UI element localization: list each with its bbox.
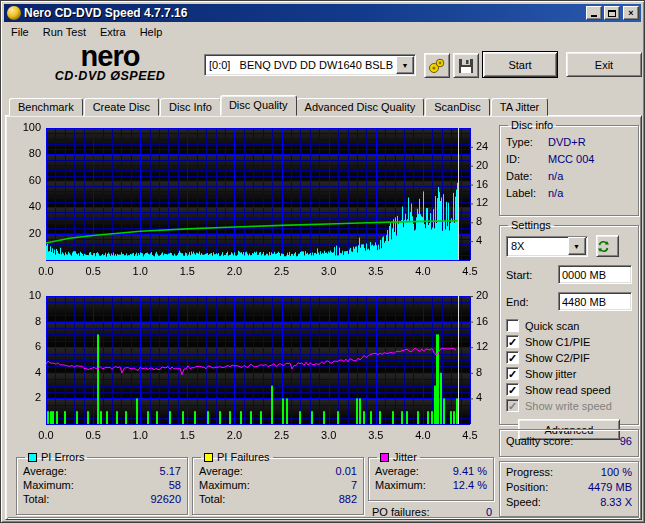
disc-info-group: Disc info Type:DVD+R ID:MCC 004 Date:n/a… bbox=[499, 119, 639, 216]
pi-failures-legend-swatch bbox=[204, 453, 213, 462]
menu-file[interactable]: File bbox=[4, 24, 36, 40]
jitter-title: Jitter bbox=[393, 451, 417, 463]
quality-score-value: 96 bbox=[620, 435, 632, 447]
pie-total-label: Total: bbox=[23, 493, 49, 505]
menu-extra[interactable]: Extra bbox=[93, 24, 133, 40]
nero-logo: nero CD·DVD ØSPEED bbox=[30, 44, 190, 83]
quality-score-panel: Quality score: 96 bbox=[499, 429, 639, 457]
checkbox-icon bbox=[506, 319, 519, 332]
pi-failures-stats-group: PI Failures Average:0.01 Maximum:7 Total… bbox=[192, 451, 364, 515]
progress-panel: Progress:100 % Position:4479 MB Speed:8.… bbox=[499, 461, 639, 517]
show-jitter-checkbox[interactable]: ✓Show jitter bbox=[506, 367, 632, 380]
jitter-legend-swatch bbox=[380, 453, 389, 462]
end-position-input[interactable] bbox=[558, 292, 632, 311]
tab-disc-info[interactable]: Disc Info bbox=[160, 98, 221, 116]
speed-value: 8.33 X bbox=[600, 496, 632, 508]
show-jitter-label: Show jitter bbox=[525, 368, 576, 380]
save-button[interactable] bbox=[453, 53, 479, 78]
pif-maximum-label: Maximum: bbox=[199, 479, 250, 491]
options-button[interactable] bbox=[424, 53, 450, 78]
pie-average-value: 5.17 bbox=[160, 465, 181, 477]
tab-strip: Benchmark Create Disc Disc Info Disc Qua… bbox=[9, 95, 638, 116]
menu-run-test[interactable]: Run Test bbox=[36, 24, 93, 40]
quick-scan-checkbox[interactable]: Quick scan bbox=[506, 319, 632, 332]
pif-average-value: 0.01 bbox=[336, 465, 357, 477]
exit-button[interactable]: Exit bbox=[566, 52, 642, 77]
tab-disc-quality[interactable]: Disc Quality bbox=[220, 95, 297, 116]
speed-label: Speed: bbox=[506, 496, 541, 508]
disc-id-label: ID: bbox=[506, 153, 548, 165]
progress-label: Progress: bbox=[506, 466, 553, 478]
pi-errors-title: PI Errors bbox=[41, 451, 84, 463]
disc-label-label: Label: bbox=[506, 187, 548, 199]
disc-info-title: Disc info bbox=[508, 119, 556, 131]
tab-benchmark[interactable]: Benchmark bbox=[9, 98, 83, 116]
pif-total-value: 882 bbox=[339, 493, 357, 505]
minimize-button[interactable] bbox=[586, 6, 602, 20]
checkbox-icon: ✓ bbox=[506, 399, 519, 412]
pi-failures-jitter-chart bbox=[12, 286, 496, 446]
disc-label-value: n/a bbox=[548, 187, 632, 199]
title-bar: Nero CD-DVD Speed 4.7.7.16 × bbox=[4, 4, 641, 22]
jitter-maximum-label: Maximum: bbox=[375, 479, 426, 491]
checkbox-icon: ✓ bbox=[506, 383, 519, 396]
chevron-down-icon: ▼ bbox=[569, 243, 585, 250]
pie-maximum-value: 58 bbox=[169, 479, 181, 491]
show-write-speed-checkbox: ✓Show write speed bbox=[506, 399, 632, 412]
bottom-divider bbox=[8, 517, 639, 519]
show-c2-pif-label: Show C2/PIF bbox=[525, 352, 590, 364]
maximize-icon bbox=[608, 10, 616, 17]
speed-select-value: 8X bbox=[507, 240, 568, 252]
start-button[interactable]: Start bbox=[482, 51, 558, 78]
settings-group: Settings 8X ▼ Start: bbox=[499, 219, 639, 425]
gears-icon bbox=[428, 58, 446, 74]
jitter-average-value: 9.41 % bbox=[453, 465, 487, 477]
drive-selector-dropdown-button[interactable]: ▼ bbox=[396, 56, 414, 74]
start-label: Start: bbox=[506, 269, 532, 281]
chevron-down-icon: ▼ bbox=[402, 62, 409, 69]
pi-errors-legend-swatch bbox=[28, 453, 37, 462]
drive-selector-value: [0:0] BENQ DVD DD DW1640 BSLB bbox=[205, 59, 396, 71]
pif-total-label: Total: bbox=[199, 493, 225, 505]
speed-select-dropdown-button[interactable]: ▼ bbox=[568, 237, 586, 255]
show-read-speed-label: Show read speed bbox=[525, 384, 611, 396]
tab-create-disc[interactable]: Create Disc bbox=[84, 98, 159, 116]
show-c1-pie-checkbox[interactable]: ✓Show C1/PIE bbox=[506, 335, 632, 348]
refresh-button[interactable] bbox=[596, 235, 619, 257]
app-icon bbox=[7, 6, 21, 20]
tab-ta-jitter[interactable]: TA Jitter bbox=[491, 98, 549, 116]
drive-selector[interactable]: [0:0] BENQ DVD DD DW1640 BSLB ▼ bbox=[204, 54, 416, 76]
maximize-button[interactable] bbox=[604, 6, 620, 20]
tab-advanced-disc-quality[interactable]: Advanced Disc Quality bbox=[296, 98, 425, 116]
jitter-stats-group: Jitter Average:9.41 % Maximum:12.4 % bbox=[368, 451, 494, 501]
refresh-icon bbox=[597, 240, 610, 253]
position-label: Position: bbox=[506, 481, 548, 493]
pi-errors-chart bbox=[12, 118, 496, 282]
show-read-speed-checkbox[interactable]: ✓Show read speed bbox=[506, 383, 632, 396]
close-button[interactable]: × bbox=[623, 6, 639, 20]
quality-score-label: Quality score: bbox=[506, 435, 573, 447]
speed-select[interactable]: 8X ▼ bbox=[506, 236, 588, 257]
disc-type-label: Type: bbox=[506, 136, 548, 148]
show-c2-pif-checkbox[interactable]: ✓Show C2/PIF bbox=[506, 351, 632, 364]
nero-logo-text: nero bbox=[30, 44, 190, 69]
pie-total-value: 92620 bbox=[150, 493, 181, 505]
window-title: Nero CD-DVD Speed 4.7.7.16 bbox=[24, 6, 584, 20]
close-icon: × bbox=[628, 9, 633, 18]
pi-errors-stats-group: PI Errors Average:5.17 Maximum:58 Total:… bbox=[16, 451, 188, 515]
settings-title: Settings bbox=[508, 219, 554, 231]
progress-value: 100 % bbox=[601, 466, 632, 478]
tab-scandisc[interactable]: ScanDisc bbox=[425, 98, 489, 116]
jitter-maximum-value: 12.4 % bbox=[453, 479, 487, 491]
save-icon bbox=[458, 58, 474, 74]
menu-help[interactable]: Help bbox=[133, 24, 170, 40]
app-window: Nero CD-DVD Speed 4.7.7.16 × File Run Te… bbox=[0, 0, 645, 523]
start-position-input[interactable] bbox=[558, 265, 632, 284]
disc-type-value: DVD+R bbox=[548, 136, 632, 148]
pie-maximum-label: Maximum: bbox=[23, 479, 74, 491]
jitter-average-label: Average: bbox=[375, 465, 419, 477]
pie-average-label: Average: bbox=[23, 465, 67, 477]
checkbox-icon: ✓ bbox=[506, 367, 519, 380]
quick-scan-label: Quick scan bbox=[525, 320, 579, 332]
checkbox-icon: ✓ bbox=[506, 335, 519, 348]
